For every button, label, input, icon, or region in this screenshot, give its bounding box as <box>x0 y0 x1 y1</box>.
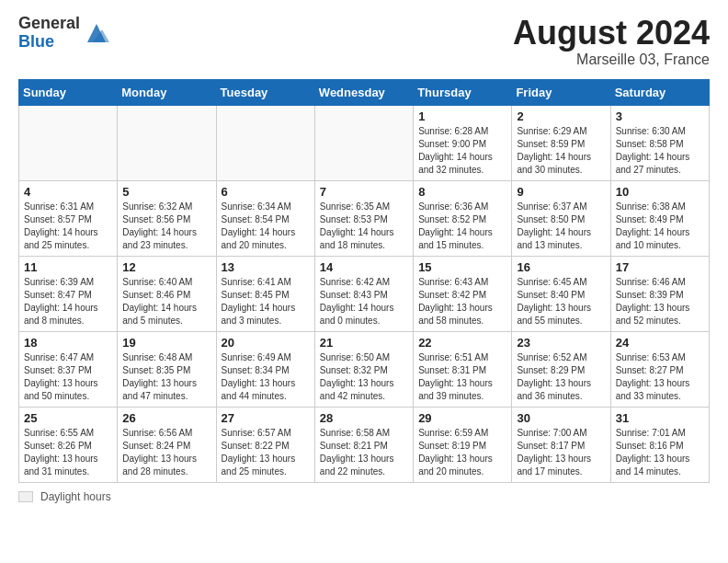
day-info: Sunrise: 6:32 AM Sunset: 8:56 PM Dayligh… <box>122 201 210 252</box>
weekday-header-sunday: Sunday <box>19 79 118 105</box>
calendar-cell: 11Sunrise: 6:39 AM Sunset: 8:47 PM Dayli… <box>19 256 118 331</box>
calendar-cell: 25Sunrise: 6:55 AM Sunset: 8:26 PM Dayli… <box>19 407 118 482</box>
day-number: 18 <box>24 336 112 350</box>
day-info: Sunrise: 6:50 AM Sunset: 8:32 PM Dayligh… <box>320 351 408 403</box>
page: General Blue August 2024 Marseille 03, F… <box>0 0 728 512</box>
daylight-swatch <box>18 491 33 502</box>
calendar-cell: 22Sunrise: 6:51 AM Sunset: 8:31 PM Dayli… <box>414 331 512 407</box>
calendar-cell: 9Sunrise: 6:37 AM Sunset: 8:50 PM Daylig… <box>512 180 610 256</box>
weekday-header-tuesday: Tuesday <box>216 79 314 105</box>
day-info: Sunrise: 6:35 AM Sunset: 8:53 PM Dayligh… <box>320 201 408 252</box>
calendar-cell: 26Sunrise: 6:56 AM Sunset: 8:24 PM Dayli… <box>118 407 216 482</box>
calendar-cell <box>216 105 314 180</box>
day-number: 26 <box>122 411 210 425</box>
day-number: 14 <box>320 260 408 274</box>
weekday-header-saturday: Saturday <box>610 79 709 105</box>
calendar-cell: 15Sunrise: 6:43 AM Sunset: 8:42 PM Dayli… <box>414 256 512 331</box>
month-year: August 2024 <box>513 15 710 52</box>
calendar-cell: 27Sunrise: 6:57 AM Sunset: 8:22 PM Dayli… <box>216 407 314 482</box>
day-info: Sunrise: 6:30 AM Sunset: 8:58 PM Dayligh… <box>616 125 704 177</box>
day-number: 8 <box>418 185 506 199</box>
day-number: 17 <box>616 260 704 274</box>
calendar-table: SundayMondayTuesdayWednesdayThursdayFrid… <box>18 79 710 483</box>
footer: Daylight hours <box>18 490 710 503</box>
calendar-cell: 28Sunrise: 6:58 AM Sunset: 8:21 PM Dayli… <box>314 407 413 482</box>
title-block: August 2024 Marseille 03, France <box>513 15 710 68</box>
day-number: 24 <box>616 336 704 350</box>
day-info: Sunrise: 6:46 AM Sunset: 8:39 PM Dayligh… <box>616 276 704 327</box>
day-number: 22 <box>418 336 506 350</box>
weekday-header-thursday: Thursday <box>414 79 512 105</box>
day-info: Sunrise: 7:01 AM Sunset: 8:16 PM Dayligh… <box>616 427 704 478</box>
day-info: Sunrise: 6:36 AM Sunset: 8:52 PM Dayligh… <box>418 201 506 252</box>
logo-blue: Blue <box>18 33 80 52</box>
calendar-cell: 4Sunrise: 6:31 AM Sunset: 8:57 PM Daylig… <box>19 180 118 256</box>
day-info: Sunrise: 6:34 AM Sunset: 8:54 PM Dayligh… <box>222 201 310 252</box>
day-info: Sunrise: 6:47 AM Sunset: 8:37 PM Dayligh… <box>24 351 112 403</box>
logo: General Blue <box>18 15 109 52</box>
header: General Blue August 2024 Marseille 03, F… <box>18 15 710 68</box>
day-number: 19 <box>122 336 210 350</box>
calendar-cell: 29Sunrise: 6:59 AM Sunset: 8:19 PM Dayli… <box>414 407 512 482</box>
weekday-header-row: SundayMondayTuesdayWednesdayThursdayFrid… <box>19 79 710 105</box>
day-info: Sunrise: 6:53 AM Sunset: 8:27 PM Dayligh… <box>616 351 704 403</box>
day-info: Sunrise: 6:42 AM Sunset: 8:43 PM Dayligh… <box>320 276 408 327</box>
calendar-week-3: 11Sunrise: 6:39 AM Sunset: 8:47 PM Dayli… <box>19 256 710 331</box>
day-number: 28 <box>320 411 408 425</box>
day-info: Sunrise: 6:39 AM Sunset: 8:47 PM Dayligh… <box>24 276 112 327</box>
day-number: 10 <box>616 185 704 199</box>
calendar-cell: 1Sunrise: 6:28 AM Sunset: 9:00 PM Daylig… <box>414 105 512 180</box>
calendar-cell <box>314 105 413 180</box>
daylight-label: Daylight hours <box>40 490 111 503</box>
day-info: Sunrise: 6:31 AM Sunset: 8:57 PM Dayligh… <box>24 201 112 252</box>
calendar-cell: 10Sunrise: 6:38 AM Sunset: 8:49 PM Dayli… <box>610 180 709 256</box>
calendar-week-4: 18Sunrise: 6:47 AM Sunset: 8:37 PM Dayli… <box>19 331 710 407</box>
calendar-cell <box>19 105 118 180</box>
day-number: 30 <box>517 411 605 425</box>
day-info: Sunrise: 6:48 AM Sunset: 8:35 PM Dayligh… <box>122 351 210 403</box>
day-number: 12 <box>122 260 210 274</box>
day-number: 6 <box>222 185 310 199</box>
day-info: Sunrise: 6:57 AM Sunset: 8:22 PM Dayligh… <box>222 427 310 478</box>
day-info: Sunrise: 6:58 AM Sunset: 8:21 PM Dayligh… <box>320 427 408 478</box>
calendar-cell: 5Sunrise: 6:32 AM Sunset: 8:56 PM Daylig… <box>118 180 216 256</box>
weekday-header-wednesday: Wednesday <box>314 79 413 105</box>
day-number: 9 <box>517 185 605 199</box>
calendar-cell: 19Sunrise: 6:48 AM Sunset: 8:35 PM Dayli… <box>118 331 216 407</box>
day-number: 4 <box>24 185 112 199</box>
day-info: Sunrise: 6:43 AM Sunset: 8:42 PM Dayligh… <box>418 276 506 327</box>
day-number: 23 <box>517 336 605 350</box>
calendar-cell: 30Sunrise: 7:00 AM Sunset: 8:17 PM Dayli… <box>512 407 610 482</box>
day-number: 29 <box>418 411 506 425</box>
day-info: Sunrise: 6:59 AM Sunset: 8:19 PM Dayligh… <box>418 427 506 478</box>
day-info: Sunrise: 6:52 AM Sunset: 8:29 PM Dayligh… <box>517 351 605 403</box>
day-info: Sunrise: 6:56 AM Sunset: 8:24 PM Dayligh… <box>122 427 210 478</box>
day-info: Sunrise: 6:51 AM Sunset: 8:31 PM Dayligh… <box>418 351 506 403</box>
day-number: 16 <box>517 260 605 274</box>
calendar-cell: 8Sunrise: 6:36 AM Sunset: 8:52 PM Daylig… <box>414 180 512 256</box>
location: Marseille 03, France <box>513 52 710 68</box>
day-number: 2 <box>517 109 605 123</box>
day-info: Sunrise: 6:45 AM Sunset: 8:40 PM Dayligh… <box>517 276 605 327</box>
calendar-week-1: 1Sunrise: 6:28 AM Sunset: 9:00 PM Daylig… <box>19 105 710 180</box>
day-number: 31 <box>616 411 704 425</box>
day-number: 1 <box>418 109 506 123</box>
calendar-week-2: 4Sunrise: 6:31 AM Sunset: 8:57 PM Daylig… <box>19 180 710 256</box>
calendar-cell: 24Sunrise: 6:53 AM Sunset: 8:27 PM Dayli… <box>610 331 709 407</box>
weekday-header-monday: Monday <box>118 79 216 105</box>
day-info: Sunrise: 7:00 AM Sunset: 8:17 PM Dayligh… <box>517 427 605 478</box>
weekday-header-friday: Friday <box>512 79 610 105</box>
calendar-cell: 7Sunrise: 6:35 AM Sunset: 8:53 PM Daylig… <box>314 180 413 256</box>
logo-general: General <box>18 15 80 33</box>
calendar-cell: 3Sunrise: 6:30 AM Sunset: 8:58 PM Daylig… <box>610 105 709 180</box>
day-number: 5 <box>122 185 210 199</box>
calendar-cell: 20Sunrise: 6:49 AM Sunset: 8:34 PM Dayli… <box>216 331 314 407</box>
calendar-cell: 12Sunrise: 6:40 AM Sunset: 8:46 PM Dayli… <box>118 256 216 331</box>
day-number: 13 <box>222 260 310 274</box>
day-number: 11 <box>24 260 112 274</box>
day-number: 7 <box>320 185 408 199</box>
day-number: 27 <box>222 411 310 425</box>
calendar-cell <box>118 105 216 180</box>
calendar-cell: 23Sunrise: 6:52 AM Sunset: 8:29 PM Dayli… <box>512 331 610 407</box>
calendar-cell: 13Sunrise: 6:41 AM Sunset: 8:45 PM Dayli… <box>216 256 314 331</box>
